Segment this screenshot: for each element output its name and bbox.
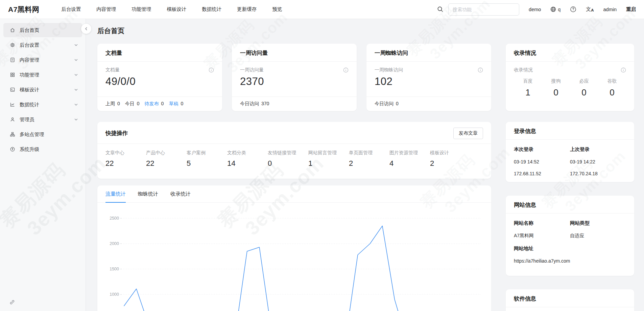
sidebar-item-features[interactable]: 功能管理 xyxy=(3,68,82,82)
quick-stat-label: 文档分类 xyxy=(227,150,260,156)
traffic-line-chart: 2500200015001000 xyxy=(97,203,491,311)
doc-footer-label: 今日 xyxy=(125,101,135,107)
doc-footer-pair: 草稿0 xyxy=(169,101,183,107)
quick-stat-value: 2 xyxy=(349,159,382,168)
app-logo: A7黑料网 xyxy=(8,5,39,14)
quick-stat-4[interactable]: 友情链接管理0 xyxy=(268,150,301,168)
publish-article-button[interactable]: 发布文章 xyxy=(453,128,483,139)
sidebar-item-settings[interactable]: 后台设置 xyxy=(3,38,82,52)
demo-link[interactable]: demo xyxy=(529,7,541,12)
doc-footer-pair: 待发布0 xyxy=(145,101,164,107)
tab-traffic-stats[interactable]: 流量统计 xyxy=(105,185,126,202)
site-type-value: 自适应 xyxy=(570,233,626,239)
main-column: 文档量 文档量 49/0/0 上周0今日0待发布0草稿0 一周访问量 xyxy=(97,44,491,311)
quick-stat-3[interactable]: 文档分类14 xyxy=(227,150,260,168)
quick-stat-5[interactable]: 网站留言管理1 xyxy=(308,150,341,168)
quick-stat-0[interactable]: 文章中心22 xyxy=(105,150,138,168)
sidebar-item-admins[interactable]: 管理员 xyxy=(3,112,82,127)
info-icon[interactable] xyxy=(478,67,483,73)
sidebar: 后台首页后台设置内容管理功能管理模板设计数据统计管理员多站点管理系统升级 xyxy=(0,19,86,311)
software-info-card: 软件信息 xyxy=(506,289,634,311)
nav-features[interactable]: 功能管理 xyxy=(124,0,159,19)
info-icon[interactable] xyxy=(621,67,626,73)
search-icon[interactable] xyxy=(437,6,444,13)
help-icon[interactable] xyxy=(570,6,576,13)
sidebar-item-stats[interactable]: 数据统计 xyxy=(3,97,82,112)
doc-footer-label: 上周 xyxy=(105,101,115,107)
nav-stats[interactable]: 数据统计 xyxy=(194,0,229,19)
quick-stat-value: 22 xyxy=(146,159,179,168)
current-login-ip: 172.68.11.52 xyxy=(514,171,570,176)
week-visits-card: 一周访问量 一周访问量 2370 今日访问370 xyxy=(232,44,357,111)
sidebar-item-label: 后台设置 xyxy=(20,42,74,48)
sidebar-collapse-button[interactable] xyxy=(81,24,91,34)
main-layout: 后台首页后台设置内容管理功能管理模板设计数据统计管理员多站点管理系统升级 后台首… xyxy=(0,19,644,311)
engine-stat: 谷歌0 xyxy=(598,78,626,98)
chevron-left-icon xyxy=(84,27,88,31)
site-info-card: 网站信息 网站名称 网站类型 A7黑料网 自适应 网站地址 https://a7… xyxy=(506,196,634,276)
sidebar-item-label: 多站点管理 xyxy=(20,131,78,138)
quick-stat-label: 产品中心 xyxy=(146,150,179,156)
sidebar-item-upgrade[interactable]: 系统升级 xyxy=(3,142,82,156)
info-icon[interactable] xyxy=(209,67,214,73)
doc-footer-link[interactable]: 草稿 xyxy=(169,101,178,107)
translate-icon[interactable]: 文A xyxy=(586,6,594,13)
card-title: 一周蜘蛛访问 xyxy=(366,44,491,62)
doc-footer-link[interactable]: 待发布 xyxy=(145,101,159,107)
login-info-card: 登录信息 本次登录 上次登录 03-19 14:52 03-19 14:22 1… xyxy=(506,122,634,182)
chevron-down-icon xyxy=(74,88,78,92)
search-area xyxy=(437,3,519,16)
current-login-time: 03-19 14:52 xyxy=(514,159,570,164)
quick-stat-6[interactable]: 单页面管理2 xyxy=(349,150,382,168)
site-url-value: https://a7heiliao.a7ym.com xyxy=(514,258,626,264)
chart-icon xyxy=(9,102,15,108)
sidebar-item-label: 模板设计 xyxy=(20,87,74,93)
engine-value: 0 xyxy=(598,87,626,98)
sidebar-item-templates[interactable]: 模板设计 xyxy=(3,83,82,97)
language-switcher[interactable]: q xyxy=(550,6,560,12)
card-title: 登录信息 xyxy=(506,122,634,140)
svg-text:2000: 2000 xyxy=(110,241,119,246)
search-input[interactable] xyxy=(448,3,519,16)
svg-text:1000: 1000 xyxy=(110,292,119,297)
nav-cache[interactable]: 更新缓存 xyxy=(229,0,264,19)
sidebar-item-label: 系统升级 xyxy=(20,146,78,153)
quick-stat-label: 单页面管理 xyxy=(349,150,382,156)
stat-value: 49/0/0 xyxy=(105,75,214,88)
stat-label: 一周蜘蛛访问 xyxy=(375,67,403,73)
top-bar: A7黑料网 后台设置内容管理功能管理模板设计数据统计更新缓存预览 demo q … xyxy=(0,0,644,19)
doc-footer-value: 0 xyxy=(117,101,120,107)
sidebar-item-home[interactable]: 后台首页 xyxy=(3,23,82,37)
chevron-down-icon xyxy=(74,43,78,47)
engine-stat: 搜狗0 xyxy=(542,78,570,98)
sidebar-item-label: 管理员 xyxy=(20,116,74,123)
quick-stat-8[interactable]: 模板设计2 xyxy=(430,150,463,168)
sidebar-item-content[interactable]: 内容管理 xyxy=(3,53,82,67)
quick-stat-value: 5 xyxy=(187,159,219,168)
grid-icon xyxy=(9,72,15,78)
stat-label: 文档量 xyxy=(105,67,120,73)
quick-stat-2[interactable]: 客户案例5 xyxy=(187,150,219,168)
quick-stat-7[interactable]: 图片资源管理4 xyxy=(389,150,422,168)
info-icon[interactable] xyxy=(343,67,349,73)
restart-button[interactable]: 重启 xyxy=(626,6,636,13)
nav-settings[interactable]: 后台设置 xyxy=(53,0,89,19)
nav-content[interactable]: 内容管理 xyxy=(89,0,124,19)
topbar-right: demo q 文A admin 重启 xyxy=(437,3,636,16)
engine-name: 百度 xyxy=(514,78,542,84)
right-column: 收录情况 收录情况 百度1搜狗0必应0谷歌0 登录信息 本次登录 xyxy=(506,44,634,311)
nav-templates[interactable]: 模板设计 xyxy=(159,0,194,19)
nav-preview[interactable]: 预览 xyxy=(264,0,290,19)
footer-value: 370 xyxy=(261,101,269,107)
user-menu[interactable]: admin xyxy=(603,7,617,12)
tab-spider-stats[interactable]: 蜘蛛统计 xyxy=(138,185,158,202)
tab-index-stats[interactable]: 收录统计 xyxy=(170,185,191,202)
sidebar-item-multisite[interactable]: 多站点管理 xyxy=(3,127,82,141)
quick-stat-value: 0 xyxy=(268,159,301,168)
quick-stat-value: 22 xyxy=(105,159,138,168)
doc-footer-value: 0 xyxy=(181,101,183,107)
site-name-label: 网站名称 xyxy=(514,220,570,226)
terminal-icon xyxy=(9,87,15,93)
quick-stat-1[interactable]: 产品中心22 xyxy=(146,150,179,168)
link-icon[interactable] xyxy=(9,299,15,307)
